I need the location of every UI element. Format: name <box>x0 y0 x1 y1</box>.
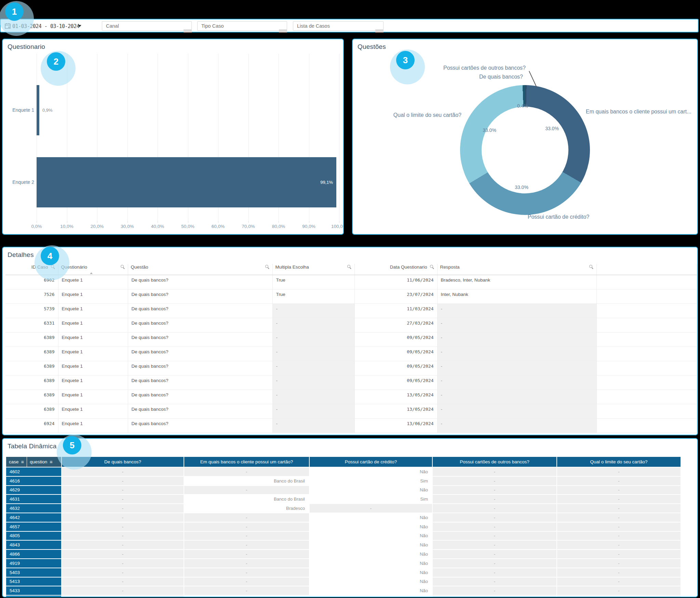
pivot-cell[interactable]: Não <box>310 486 432 494</box>
pivot-cell[interactable]: Não <box>310 467 432 476</box>
pivot-cell[interactable]: - <box>184 568 309 577</box>
table-cell[interactable]: - <box>437 332 596 347</box>
listbox-scrollbar[interactable] <box>184 29 192 32</box>
pivot-row-header[interactable]: 4642 <box>6 513 61 522</box>
pivot-cell[interactable]: - <box>310 504 432 513</box>
table-cell[interactable]: 09/05/2024 <box>354 361 437 376</box>
table-cell[interactable]: 6389 <box>5 361 58 376</box>
column-header-5[interactable]: Data Questionario <box>354 264 437 275</box>
table-cell[interactable]: De quais bancos? <box>128 275 272 289</box>
pivot-cell[interactable]: - <box>557 550 681 558</box>
table-cell[interactable]: De quais bancos? <box>128 419 272 433</box>
search-icon[interactable] <box>265 265 270 269</box>
table-cell[interactable]: 13/05/2024 <box>354 390 437 404</box>
pivot-row-header[interactable]: 4616 <box>6 477 61 485</box>
caret-down-icon[interactable] <box>78 25 81 27</box>
pivot-cell[interactable]: - <box>62 541 184 549</box>
bar-enquete-2[interactable] <box>37 157 336 207</box>
pivot-cell[interactable]: - <box>557 568 681 577</box>
pivot-cell[interactable]: - <box>433 568 556 577</box>
pivot-row-header[interactable]: 5635 <box>6 596 61 597</box>
filter-listbox-canal[interactable]: Canal <box>102 21 192 31</box>
pivot-column-header-3[interactable]: Possui cartão de crédito? <box>310 457 432 467</box>
pivot-row-header[interactable]: 4657 <box>6 522 61 531</box>
pivot-cell[interactable]: - <box>62 504 184 513</box>
table-cell[interactable]: - <box>272 376 354 390</box>
pivot-row-header[interactable]: 5433 <box>6 586 61 595</box>
column-header-6[interactable]: Resposta <box>437 264 596 275</box>
pivot-cell[interactable]: - <box>62 586 184 595</box>
table-cell[interactable]: 6389 <box>5 390 58 404</box>
pivot-cell[interactable]: - <box>433 504 556 513</box>
table-cell[interactable]: Enquete 1 <box>58 419 128 433</box>
pivot-dim-case[interactable]: case≡ <box>6 457 27 467</box>
pivot-cell[interactable]: - <box>184 486 309 494</box>
table-cell[interactable]: Inter, Nubank <box>437 289 596 304</box>
pivot-cell[interactable]: - <box>62 550 184 558</box>
table-cell[interactable]: Enquete 1 <box>58 361 128 376</box>
table-cell[interactable]: Enquete 1 <box>58 404 128 419</box>
pivot-cell[interactable]: - <box>557 559 681 568</box>
table-cell[interactable]: 11/03/2024 <box>354 304 437 318</box>
table-cell[interactable]: Enquete 1 <box>58 376 128 390</box>
table-cell[interactable]: 09/05/2024 <box>354 376 437 390</box>
pivot-cell[interactable]: - <box>62 559 184 568</box>
pivot-cell[interactable]: - <box>433 522 556 531</box>
pivot-cell[interactable]: - <box>62 568 184 577</box>
pivot-cell[interactable]: - <box>433 541 556 549</box>
pivot-cell[interactable]: - <box>184 467 309 476</box>
pivot-cell[interactable]: - <box>433 513 556 522</box>
pivot-cell[interactable]: - <box>557 495 681 503</box>
table-cell[interactable]: - <box>437 318 596 332</box>
table-cell[interactable]: Enquete 1 <box>58 304 128 318</box>
table-cell[interactable]: - <box>437 347 596 361</box>
table-cell[interactable]: - <box>272 361 354 376</box>
table-cell[interactable]: True <box>272 275 354 289</box>
pivot-cell[interactable]: - <box>557 586 681 595</box>
table-cell[interactable]: 11/06/2024 <box>354 275 437 289</box>
pivot-cell[interactable]: - <box>62 577 184 586</box>
table-cell[interactable]: De quais bancos? <box>128 361 272 376</box>
pivot-cell[interactable]: Não <box>310 550 432 558</box>
pivot-cell[interactable]: Bradesco, Inter, Itaú <box>184 596 309 597</box>
table-cell[interactable]: 09/05/2024 <box>354 347 437 361</box>
pivot-cell[interactable]: - <box>557 486 681 494</box>
pivot-cell[interactable]: - <box>62 532 184 540</box>
pivot-row-header[interactable]: 4602 <box>6 467 61 476</box>
pivot-cell[interactable]: Não <box>310 577 432 586</box>
table-cell[interactable]: 5739 <box>5 304 58 318</box>
pivot-cell[interactable]: Sim <box>310 495 432 503</box>
table-cell[interactable]: 23/07/2024 <box>354 289 437 304</box>
table-cell[interactable]: 6331 <box>5 318 58 332</box>
pivot-cell[interactable]: - <box>184 577 309 586</box>
table-cell[interactable]: 6924 <box>5 419 58 433</box>
filter-listbox-lista-de-casos[interactable]: Lista de Casos <box>293 21 383 31</box>
pivot-cell[interactable]: - <box>433 467 556 476</box>
pivot-cell[interactable]: Não <box>310 522 432 531</box>
pivot-column-header-5[interactable]: Qual o limite do seu cartão? <box>557 457 681 467</box>
pivot-cell[interactable]: - <box>557 541 681 549</box>
pivot-cell[interactable]: Banco do Brasil <box>184 495 309 503</box>
table-cell[interactable]: Enquete 1 <box>58 332 128 347</box>
search-icon[interactable] <box>121 265 125 269</box>
table-cell[interactable]: 7526 <box>5 289 58 304</box>
search-icon[interactable] <box>589 265 594 269</box>
pivot-cell[interactable]: - <box>62 495 184 503</box>
listbox-scrollbar[interactable] <box>279 29 287 32</box>
pivot-cell[interactable]: - <box>557 577 681 586</box>
pivot-cell[interactable]: - <box>433 550 556 558</box>
pivot-cell[interactable]: - <box>557 504 681 513</box>
table-cell[interactable]: 13/05/2024 <box>354 404 437 419</box>
pivot-cell[interactable]: - <box>557 513 681 522</box>
pivot-cell[interactable]: - <box>433 486 556 494</box>
pivot-column-header-2[interactable]: Em quais bancos o cliente possui um cart… <box>184 457 309 467</box>
pivot-row-header[interactable]: 5413 <box>6 577 61 586</box>
pivot-cell[interactable]: - <box>557 522 681 531</box>
pivot-cell[interactable]: - <box>62 522 184 531</box>
pivot-cell[interactable]: - <box>557 532 681 540</box>
pivot-cell[interactable]: - <box>433 577 556 586</box>
pivot-cell[interactable]: - <box>184 586 309 595</box>
table-cell[interactable]: - <box>437 304 596 318</box>
pivot-cell[interactable]: Não <box>310 513 432 522</box>
table-cell[interactable]: De quais bancos? <box>128 318 272 332</box>
